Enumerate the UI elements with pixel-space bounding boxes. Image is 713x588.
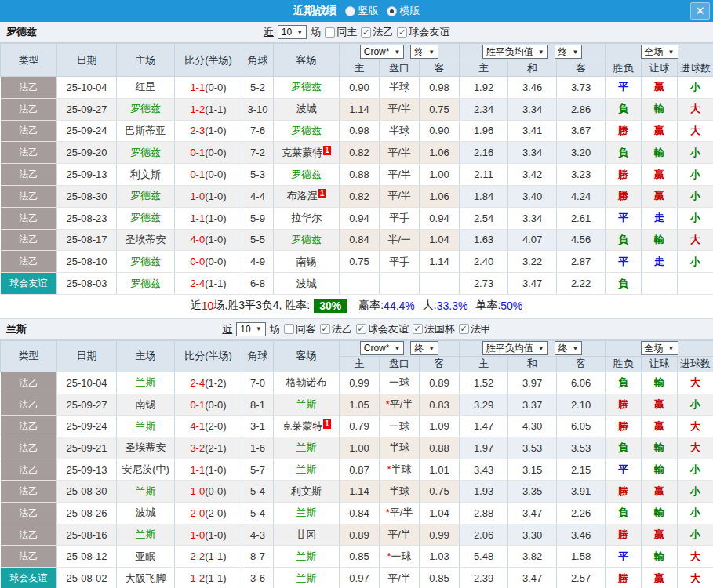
result-cell-1: 贏 xyxy=(642,394,678,416)
result-cell-1: 輸 xyxy=(642,437,678,459)
avg-odds-cell-2: 6.06 xyxy=(557,372,606,394)
matches-label: 场 xyxy=(270,322,280,336)
result-cell-2: 大 xyxy=(678,546,713,568)
avg-odds-cell-0: 1.84 xyxy=(460,185,508,207)
away-odds-cell: 1.09 xyxy=(420,416,460,437)
match-row: 法乙25-08-30罗德兹1-0(1-0)4-4布洛涅10.82平/半1.061… xyxy=(1,185,713,207)
handicap-cell: *平/半 xyxy=(380,503,420,524)
home-team-cell: 波城 xyxy=(117,503,175,524)
odds-final-select[interactable]: 终▼ xyxy=(410,45,438,59)
close-button[interactable]: ✕ xyxy=(690,2,710,20)
away-team-cell: 甘冈 xyxy=(274,524,340,546)
odds-company-select[interactable]: Crow*▼ xyxy=(360,341,405,355)
col-header-2: 主场 xyxy=(117,44,175,77)
avg-final-select[interactable]: 终▼ xyxy=(555,341,583,355)
avg-odds-cell-1: 3.30 xyxy=(508,524,557,546)
match-type-cell: 球会友谊 xyxy=(1,568,57,588)
avg-final-select-value: 终 xyxy=(558,342,568,355)
home-team-cell: 大阪飞脚 xyxy=(117,568,175,588)
away-team-cell: 兰斯 xyxy=(274,394,340,416)
score-cell: 3-2(2-1) xyxy=(175,437,242,459)
away-odds-cell: 1.03 xyxy=(420,546,460,568)
summary-near-label: 近 xyxy=(191,299,202,313)
filter-label: 同客 xyxy=(296,322,316,336)
score-cell: 2-0(2-0) xyxy=(175,503,242,524)
avg-odds-cell-0: 1.92 xyxy=(460,77,508,99)
match-type-cell: 法乙 xyxy=(1,394,57,416)
avg-odds-cell-1: 3.15 xyxy=(508,459,557,481)
avg-odds-cell-2: 3.91 xyxy=(557,481,606,503)
checked-checkbox-icon: ✓ xyxy=(320,324,330,334)
radio-vertical-layout[interactable]: 竖版 xyxy=(345,4,379,18)
sub-header-1: 盘口 xyxy=(380,356,420,372)
corner-cell: 3-10 xyxy=(242,98,274,120)
score-cell: 1-1(1-0) xyxy=(175,207,242,229)
match-row: 法乙25-08-17圣埃蒂安4-0(1-0)5-5罗德兹0.84半/一1.041… xyxy=(1,229,713,251)
odds-final-select-value: 终 xyxy=(414,45,424,59)
match-type-cell: 法乙 xyxy=(1,207,57,229)
match-row: 法乙25-09-13利文斯0-1(0-0)5-3罗德兹0.88平/半1.002.… xyxy=(1,164,713,186)
match-row: 法乙25-08-10罗德兹0-0(0-0)4-9南锡0.75平手1.142.40… xyxy=(1,251,713,273)
corner-cell: 3-1 xyxy=(242,416,274,437)
corner-cell: 7-2 xyxy=(242,142,274,164)
corner-cell: 6-8 xyxy=(242,273,274,295)
odds-final-select[interactable]: 终▼ xyxy=(410,341,438,355)
results-table: 类型日期主场比分(半场)角球客场Crow*▼终▼胜平负均值▼终▼全场▼主盘口客主… xyxy=(0,43,713,295)
avg-odds-cell-1: 3.53 xyxy=(508,437,557,459)
avg-odds-cell-2: 2.61 xyxy=(557,207,606,229)
avg-odds-cell-0: 2.73 xyxy=(460,273,508,295)
filter-checkbox-1[interactable]: ✓法乙 xyxy=(361,25,393,39)
handicap-cell: 一球 xyxy=(380,372,420,394)
checked-checkbox-icon: ✓ xyxy=(413,324,423,334)
result-cell-0: 勝 xyxy=(606,120,642,142)
home-team-cell: 兰斯 xyxy=(117,524,175,546)
date-cell: 25-08-02 xyxy=(57,568,117,588)
home-odds-cell: 1.00 xyxy=(340,437,380,459)
filter-checkbox-2[interactable]: ✓球会友谊 xyxy=(397,25,449,39)
away-team-cell: 南锡 xyxy=(274,251,340,273)
odds-company-select[interactable]: Crow*▼ xyxy=(360,45,405,59)
avg-odds-cell-1: 3.42 xyxy=(508,164,557,186)
col-header-0: 类型 xyxy=(1,44,57,77)
corner-cell: 1-6 xyxy=(242,437,274,459)
sub-header-4: 和 xyxy=(508,60,557,77)
result-cell-1: 輸 xyxy=(642,372,678,394)
avg-odds-select[interactable]: 胜平负均值▼ xyxy=(482,341,548,355)
match-count-select[interactable]: 10▼ xyxy=(236,322,265,336)
score-cell: 4-0(1-0) xyxy=(175,229,242,251)
result-cell-2: 大 xyxy=(678,98,713,120)
avg-odds-cell-0: 1.52 xyxy=(460,372,508,394)
score-cell: 0-1(0-0) xyxy=(175,394,242,416)
avg-odds-cell-0: 2.11 xyxy=(460,164,508,186)
results-table: 类型日期主场比分(半场)角球客场Crow*▼终▼胜平负均值▼终▼全场▼主盘口客主… xyxy=(0,340,713,588)
filter-checkbox-0[interactable]: 同客 xyxy=(284,322,316,336)
filter-checkbox-2[interactable]: ✓球会友谊 xyxy=(356,322,409,336)
avg-odds-cell-2: 2.22 xyxy=(557,273,606,295)
sub-header-8: 进球数 xyxy=(678,60,713,77)
match-row: 法乙25-08-12亚眠2-2(1-1)8-7兰斯0.85*一球1.035.48… xyxy=(1,546,713,568)
score-cell: 4-1(2-0) xyxy=(175,416,242,437)
away-odds-cell: 1.01 xyxy=(420,459,460,481)
near-label: 近 xyxy=(222,322,232,336)
avg-final-select[interactable]: 终▼ xyxy=(555,45,583,59)
fulltime-group-header: 全场▼ xyxy=(606,44,713,60)
home-team-cell: 罗德兹 xyxy=(117,207,175,229)
home-odds-cell: 0.87 xyxy=(340,459,380,481)
match-count-select[interactable]: 10▼ xyxy=(278,25,307,39)
filter-checkbox-0[interactable]: 同主 xyxy=(325,25,357,39)
match-type-cell: 法乙 xyxy=(1,372,57,394)
avg-odds-select[interactable]: 胜平负均值▼ xyxy=(482,45,548,59)
filter-checkbox-4[interactable]: ✓法甲 xyxy=(459,322,491,336)
chevron-down-icon: ▼ xyxy=(394,345,400,352)
home-team-cell: 罗德兹 xyxy=(117,251,175,273)
radio-horizontal-layout[interactable]: 横版 xyxy=(387,4,420,18)
result-cell-1: 贏 xyxy=(642,77,678,99)
filter-checkbox-1[interactable]: ✓法乙 xyxy=(320,322,352,336)
result-cell-2 xyxy=(678,273,713,295)
date-cell: 25-10-04 xyxy=(57,372,117,394)
match-type-cell: 法乙 xyxy=(1,229,57,251)
avg-odds-select-value: 胜平负均值 xyxy=(486,342,533,355)
fulltime-select[interactable]: 全场▼ xyxy=(641,341,678,355)
filter-checkbox-3[interactable]: ✓法国杯 xyxy=(413,322,455,336)
fulltime-select[interactable]: 全场▼ xyxy=(641,45,678,59)
